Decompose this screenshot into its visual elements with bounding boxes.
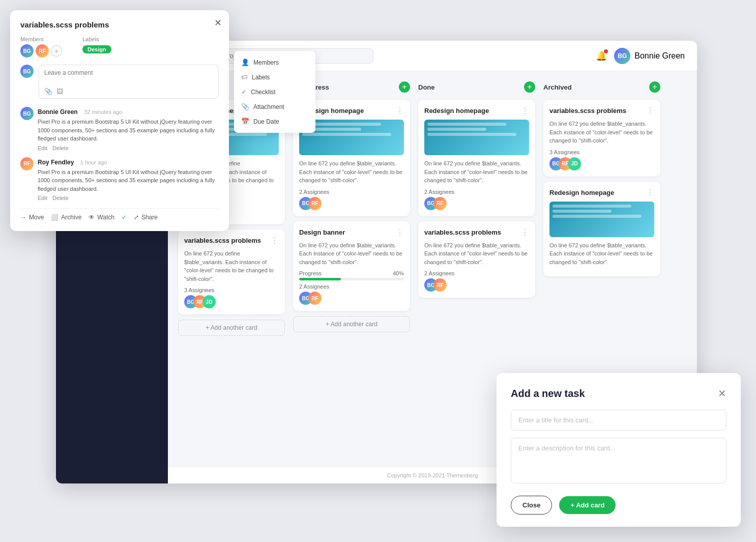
member-avatar-2: RF [36, 44, 49, 58]
comment-time-1: 32 minutes ago [84, 109, 122, 115]
card-menu-done-1[interactable]: ⋮ [521, 106, 529, 116]
sidebar-attachment-label: Attachment [253, 103, 284, 110]
card-ip-2: Design banner ⋮ On line 672 you define $… [293, 221, 410, 311]
sidebar-labels[interactable]: 🏷 Labels [234, 70, 315, 84]
img-bar [302, 133, 391, 136]
members-icon: 👤 [241, 59, 249, 66]
comment-time-2: 1 hour ago [80, 159, 107, 165]
card-menu-ip-2[interactable]: ⋮ [396, 227, 404, 237]
member-avatar-1: BG [20, 44, 34, 58]
archive-label: Archive [61, 214, 81, 221]
move-icon: → [20, 214, 26, 221]
archive-button[interactable]: ⬜ Archive [51, 214, 81, 221]
assignees-label-done-1: 2 Assignees [424, 189, 529, 195]
img-bar [427, 133, 516, 136]
sidebar-duedate-label: Due Date [253, 118, 279, 125]
new-task-description-input[interactable] [511, 438, 726, 483]
new-task-modal: Add a new task ✕ Close + Add card [497, 373, 741, 527]
card-header-done-1: Redesign homepage ⋮ [424, 106, 529, 116]
sidebar-members[interactable]: 👤 Members [234, 55, 315, 70]
comment-edit-2[interactable]: Edit [38, 195, 47, 201]
add-card-btn-inprogress[interactable]: + Add another card [293, 316, 410, 332]
img-bar [427, 128, 486, 131]
card-menu-archived-1[interactable]: ⋮ [646, 106, 654, 116]
labels-label: Labels [82, 36, 111, 42]
share-icon: ⤢ [134, 214, 139, 221]
progress-bar-ip-2 [299, 278, 404, 280]
progress-label-ip-2: Progress 40% [299, 270, 404, 276]
col-title-archived: Archived [543, 83, 572, 91]
col-header-archived: Archived + [543, 79, 660, 95]
eye-icon: 👁 [89, 214, 95, 221]
attachment-icon[interactable]: 📎 [44, 88, 52, 95]
assignees-label-archived-1: 3 Assignees [549, 149, 654, 155]
user-info[interactable]: BG Bonnie Green [614, 48, 685, 64]
card-desc-done-1: On line 672 you define $table_variants. … [424, 159, 529, 185]
add-card-button[interactable]: + Add card [559, 496, 616, 514]
card-title-done-1: Redesign homepage [424, 107, 489, 115]
card-menu-ip-1[interactable]: ⋮ [396, 106, 404, 116]
header-right: 🔔 BG Bonnie Green [596, 48, 685, 64]
image-icon[interactable]: 🖼 [56, 88, 63, 95]
comment-delete-2[interactable]: Delete [52, 195, 69, 201]
attachment-sidebar-icon: 📎 [241, 103, 249, 110]
card-archived-2: Redesign homepage ⋮ On line 672 you defi… [543, 182, 660, 277]
card-desc-ip-1: On line 672 you define $table_variants. … [299, 159, 404, 185]
comment-toolbar: 📎 🖼 [44, 88, 213, 95]
notification-button[interactable]: 🔔 [596, 50, 607, 62]
watch-label: Watch [97, 214, 114, 221]
comment-actions-1: Edit Delete [38, 145, 219, 151]
card-menu-todo-2[interactable]: ⋮ [271, 236, 279, 245]
share-button[interactable]: ⤢ Share [134, 214, 158, 221]
card-title-todo-2: variables.scss problems [184, 237, 261, 244]
modal-title: variables.scss problems [20, 20, 219, 29]
move-label: Move [29, 214, 44, 221]
comment-author-name-1: Bonnie Green [38, 108, 78, 116]
img-bar [553, 205, 631, 208]
card-menu-archived-2[interactable]: ⋮ [646, 188, 654, 197]
add-card-btn-todo[interactable]: + Add another card [178, 320, 285, 336]
new-task-title-input[interactable] [511, 410, 726, 431]
col-add-btn-inprogress[interactable]: + [399, 81, 410, 93]
comment-delete-1[interactable]: Delete [52, 145, 69, 151]
sidebar-due-date[interactable]: 📅 Due Date [234, 114, 315, 129]
assignees-ip-1: BG RF [299, 197, 404, 210]
close-modal-button[interactable]: Close [511, 496, 552, 515]
user-name: Bonnie Green [634, 51, 685, 61]
add-member-button[interactable]: + [51, 45, 62, 56]
img-bar [553, 215, 642, 218]
move-button[interactable]: → Move [20, 214, 44, 221]
assignees-done-1: BG RF [424, 197, 529, 210]
new-task-footer: Close + Add card [511, 496, 726, 515]
new-task-close-button[interactable]: ✕ [718, 387, 726, 400]
modal-close-button[interactable]: ✕ [214, 17, 222, 28]
avatar: BG [614, 48, 630, 64]
card-header-archived-2: Redesign homepage ⋮ [549, 188, 654, 197]
members-label: Members [20, 36, 62, 42]
progress-fill-ip-2 [299, 278, 341, 280]
archive-icon: ⬜ [51, 214, 59, 221]
modal-members-section: Members BG RF + [20, 36, 62, 58]
card-done-2: variables.scss problems ⋮ On line 672 yo… [418, 221, 535, 298]
kanban-col-inprogress: In progress + Redesign homepage ⋮ [293, 79, 410, 459]
design-label-badge: Design [82, 45, 111, 53]
card-title-archived-2: Redesign homepage [549, 189, 614, 196]
modal-actions: → Move ⬜ Archive 👁 Watch ✓ ⤢ Share [20, 208, 219, 221]
check-button[interactable]: ✓ [122, 214, 127, 221]
watch-button[interactable]: 👁 Watch [89, 214, 114, 221]
comment-text-1: Pixel Pro is a premium Bootstrap 5 UI Ki… [38, 118, 219, 143]
comment-edit-1[interactable]: Edit [38, 145, 47, 151]
card-archived-1: variables.scss problems ⋮ On line 672 yo… [543, 100, 660, 177]
assignee-avatar: RF [433, 197, 447, 210]
card-menu-done-2[interactable]: ⋮ [521, 227, 529, 237]
sidebar-attachment[interactable]: 📎 Attachment [234, 99, 315, 114]
card-done-1: Redesign homepage ⋮ On line 672 you defi… [418, 100, 535, 216]
card-detail-modal: variables.scss problems ✕ Members BG RF … [10, 10, 229, 231]
col-add-btn-done[interactable]: + [524, 81, 535, 93]
comment-input-wrap[interactable]: 📎 🖼 [39, 65, 219, 99]
comment-list: BG Bonnie Green 32 minutes ago Pixel Pro… [20, 107, 219, 201]
sidebar-checklist[interactable]: ✓ Checklist [234, 84, 315, 99]
comment-input[interactable] [44, 69, 213, 83]
col-add-btn-archived[interactable]: + [649, 81, 660, 93]
calendar-icon: 📅 [241, 118, 249, 125]
